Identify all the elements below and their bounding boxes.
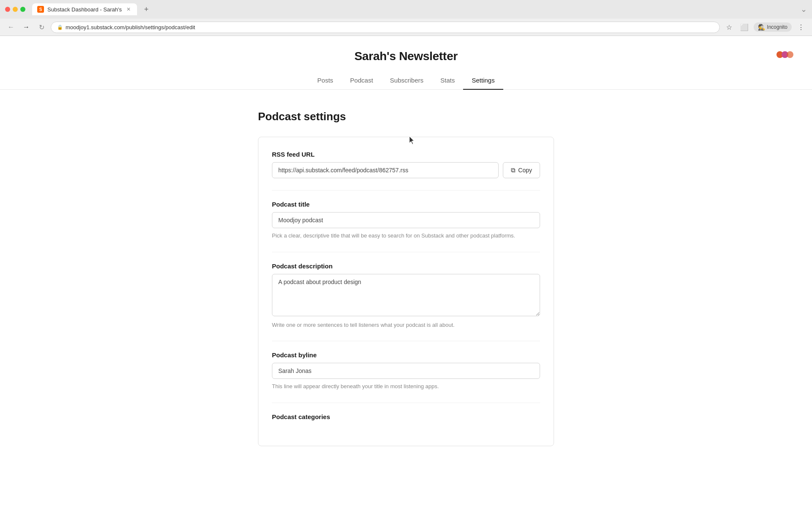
rss-feed-input[interactable] (272, 162, 499, 178)
podcast-byline-label: Podcast byline (272, 351, 540, 359)
traffic-lights (5, 7, 25, 12)
podcast-byline-hint: This line will appear directly beneath y… (272, 382, 540, 391)
bookmark-icon[interactable]: ☆ (723, 21, 735, 33)
podcast-title-input[interactable] (272, 212, 540, 228)
minimize-button[interactable] (13, 7, 18, 12)
podcast-byline-input[interactable] (272, 363, 540, 379)
main-content: Podcast settings RSS feed URL ⧉ Copy Pod… (250, 90, 562, 472)
title-bar: S Substack Dashboard - Sarah's ✕ + ⌄ (0, 0, 812, 19)
incognito-badge: 🕵 Incognito (754, 22, 792, 32)
address-bar[interactable]: 🔒 moodjoy1.substack.com/publish/settings… (51, 22, 720, 33)
url-text: moodjoy1.substack.com/publish/settings/p… (66, 24, 195, 30)
podcast-byline-group: Podcast byline This line will appear dir… (272, 351, 540, 391)
podcast-title-group: Podcast title Pick a clear, descriptive … (272, 201, 540, 240)
podcast-description-label: Podcast description (272, 262, 540, 270)
tab-title: Substack Dashboard - Sarah's (47, 6, 122, 13)
podcast-description-hint: Write one or more sentences to tell list… (272, 321, 540, 329)
tab-close-icon[interactable]: ✕ (125, 6, 132, 13)
nav-item-settings[interactable]: Settings (463, 72, 503, 90)
page: Sarah's Newsletter Posts Podcast Subscri… (0, 36, 812, 508)
page-title: Podcast settings (258, 110, 554, 123)
divider-2 (272, 252, 540, 252)
site-title: Sarah's Newsletter (8, 50, 804, 63)
close-button[interactable] (5, 7, 10, 12)
nav-item-subscribers[interactable]: Subscribers (381, 72, 432, 90)
podcast-description-group: Podcast description A podcast about prod… (272, 262, 540, 329)
browser-extension-icon[interactable]: ⬜ (738, 21, 750, 33)
site-nav: Posts Podcast Subscribers Stats Settings (0, 72, 812, 90)
new-tab-button[interactable]: + (140, 3, 152, 15)
lock-icon: 🔒 (57, 25, 63, 30)
browser-toolbar: ← → ↻ 🔒 moodjoy1.substack.com/publish/se… (0, 19, 812, 36)
browser-tab[interactable]: S Substack Dashboard - Sarah's ✕ (32, 3, 137, 15)
podcast-title-label: Podcast title (272, 201, 540, 208)
podcast-title-hint: Pick a clear, descriptive title that wil… (272, 232, 540, 240)
avatar-group[interactable] (775, 48, 795, 61)
rss-feed-group: RSS feed URL ⧉ Copy (272, 151, 540, 178)
copy-icon: ⧉ (511, 166, 516, 174)
podcast-categories-group: Podcast categories (272, 413, 540, 420)
svg-point-2 (787, 51, 793, 58)
nav-item-podcast[interactable]: Podcast (342, 72, 381, 90)
tab-favicon: S (37, 6, 44, 13)
toolbar-actions: ☆ ⬜ 🕵 Incognito ⋮ (723, 21, 807, 33)
podcast-categories-label: Podcast categories (272, 413, 540, 420)
incognito-label: Incognito (767, 24, 787, 30)
rss-input-row: ⧉ Copy (272, 162, 540, 178)
copy-button[interactable]: ⧉ Copy (503, 162, 540, 178)
forward-button[interactable]: → (20, 21, 32, 33)
divider-4 (272, 403, 540, 403)
browser-menu-icon[interactable]: ⌄ (801, 5, 807, 14)
refresh-button[interactable]: ↻ (36, 21, 47, 33)
podcast-description-textarea[interactable]: A podcast about product design (272, 274, 540, 316)
maximize-button[interactable] (20, 7, 25, 12)
settings-card: RSS feed URL ⧉ Copy Podcast title Pick a… (258, 137, 554, 446)
browser-chrome: S Substack Dashboard - Sarah's ✕ + ⌄ ← →… (0, 0, 812, 36)
rss-feed-label: RSS feed URL (272, 151, 540, 158)
browser-more-icon[interactable]: ⋮ (795, 21, 807, 33)
site-header: Sarah's Newsletter (0, 36, 812, 63)
divider-3 (272, 341, 540, 341)
nav-item-posts[interactable]: Posts (309, 72, 342, 90)
back-button[interactable]: ← (5, 21, 17, 33)
divider-1 (272, 190, 540, 190)
user-avatars (775, 48, 795, 61)
nav-item-stats[interactable]: Stats (432, 72, 463, 90)
copy-button-label: Copy (518, 167, 532, 174)
